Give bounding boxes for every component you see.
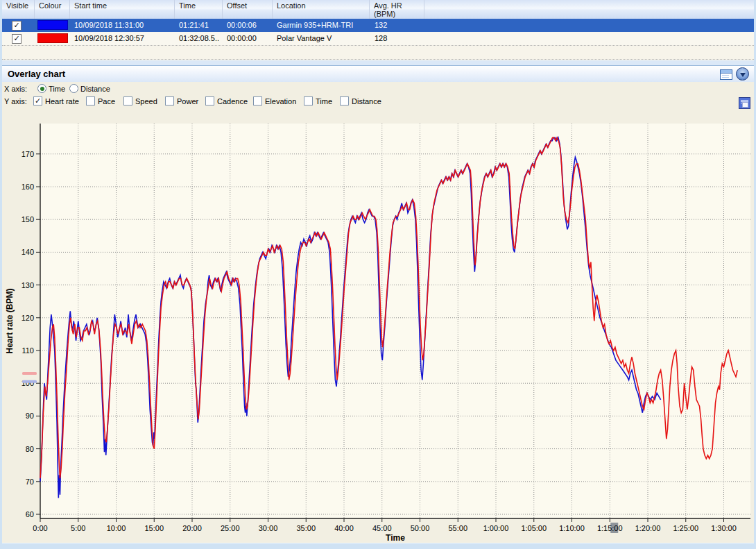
svg-text:110: 110 (22, 346, 34, 355)
start-time-cell: 10/09/2018 12:30:57 (74, 34, 144, 42)
checkbox-heart-rate-label: Heart rate (45, 97, 79, 105)
checkbox-power[interactable]: ✓ (165, 96, 174, 105)
y-axis-label: Y axis: (4, 97, 27, 105)
colour-swatch-blue[interactable] (37, 20, 68, 30)
axis-marker (22, 372, 37, 375)
column-header-start-time[interactable]: Start time (70, 0, 175, 19)
checkbox-elevation[interactable]: ✓ (253, 96, 262, 105)
svg-text:1:30:00: 1:30:00 (711, 524, 737, 532)
svg-text:170: 170 (22, 150, 34, 158)
location-cell: Garmin 935+HRM-TRI (277, 21, 353, 29)
column-header-time[interactable]: Time (175, 0, 223, 19)
svg-text:70: 70 (26, 478, 34, 486)
svg-text:150: 150 (22, 215, 34, 223)
svg-text:0:00: 0:00 (33, 524, 47, 532)
svg-text:5:00: 5:00 (71, 524, 85, 532)
radio-x-time[interactable] (37, 84, 46, 93)
left-border (0, 0, 2, 549)
checkbox-speed-label: Speed (135, 97, 157, 105)
svg-text:25:00: 25:00 (221, 524, 240, 532)
svg-text:90: 90 (26, 412, 34, 420)
svg-text:40:00: 40:00 (334, 524, 354, 532)
location-cell: Polar Vantage V (277, 34, 332, 42)
svg-text:1:00:00: 1:00:00 (483, 524, 509, 532)
x-axis-label: X axis: (4, 85, 27, 93)
checkbox-power-label: Power (177, 97, 198, 105)
column-header-avg-hr[interactable]: Avg. HR (BPM) (370, 0, 424, 19)
column-header-colour[interactable]: Colour (35, 0, 70, 19)
row-separator (2, 59, 754, 60)
panel-separator[interactable] (2, 60, 754, 65)
collapse-panel-button[interactable] (736, 67, 749, 81)
row-separator (2, 45, 754, 46)
checkbox-distance-label: Distance (352, 97, 381, 105)
table-header-row: Visible Colour Start time Time Offset Lo… (2, 0, 754, 19)
offset-cell: 00:00:00 (227, 34, 257, 42)
table-row-polar[interactable]: ✓ 10/09/2018 12:30:57 01:32:08.5.. 00:00… (2, 32, 754, 45)
activity-table: Visible Colour Start time Time Offset Lo… (2, 0, 754, 60)
panel-title: Overlay chart (8, 69, 65, 79)
overlay-chart-titlebar: Overlay chart (2, 65, 754, 83)
avg-hr-cell: 128 (375, 34, 387, 42)
checkbox-pace-label: Pace (98, 97, 115, 105)
column-header-visible[interactable]: Visible (2, 0, 35, 19)
visible-checkbox[interactable]: ✓ (12, 34, 22, 44)
checkbox-pace[interactable]: ✓ (86, 96, 95, 105)
time-cell: 01:21:41 (179, 21, 209, 29)
start-time-cell: 10/09/2018 11:31:00 (74, 21, 144, 29)
checkbox-cadence-label: Cadence (217, 97, 248, 105)
svg-text:50:00: 50:00 (411, 524, 430, 532)
svg-text:140: 140 (22, 248, 34, 256)
radio-x-distance[interactable] (69, 84, 78, 93)
svg-text:45:00: 45:00 (372, 524, 392, 532)
column-header-location[interactable]: Location (273, 0, 370, 19)
checkbox-cadence[interactable]: ✓ (205, 96, 214, 105)
svg-text:35:00: 35:00 (296, 524, 316, 532)
svg-text:15:00: 15:00 (144, 524, 164, 532)
table-row-garmin[interactable]: ✓ 10/09/2018 11:31:00 01:21:41 00:00:06 … (2, 19, 754, 32)
checkbox-elevation-label: Elevation (265, 97, 296, 105)
chevron-down-icon (740, 73, 746, 77)
checkbox-speed[interactable]: ✓ (123, 96, 132, 105)
panel-layout-icon[interactable] (720, 69, 732, 80)
svg-text:Time: Time (386, 533, 405, 541)
hr-overlay-chart[interactable]: 607080901001101201301401501601700:005:00… (3, 117, 754, 541)
svg-text:1:25:00: 1:25:00 (673, 524, 698, 532)
bottom-border (0, 543, 756, 549)
svg-text:10:00: 10:00 (107, 524, 126, 532)
offset-cell: 00:00:06 (227, 21, 257, 29)
checkbox-time[interactable]: ✓ (304, 96, 313, 105)
avg-hr-cell: 132 (375, 21, 387, 29)
svg-text:60: 60 (26, 510, 34, 518)
axis-marker (22, 380, 37, 383)
column-header-offset[interactable]: Offset (223, 0, 273, 19)
svg-text:1:15:00: 1:15:00 (597, 524, 623, 532)
svg-text:30:00: 30:00 (259, 524, 278, 532)
svg-text:1:20:00: 1:20:00 (635, 524, 661, 532)
svg-text:55:00: 55:00 (448, 524, 467, 532)
save-chart-icon[interactable] (739, 97, 750, 109)
time-cell: 01:32:08.5.. (179, 34, 219, 42)
svg-text:160: 160 (22, 183, 34, 191)
column-header-filler (424, 0, 754, 19)
svg-text:1:10:00: 1:10:00 (559, 524, 585, 532)
checkbox-time-label: Time (316, 97, 332, 105)
radio-x-distance-label: Distance (80, 85, 110, 93)
radio-x-time-label: Time (49, 85, 65, 93)
svg-text:80: 80 (26, 445, 34, 453)
svg-text:130: 130 (22, 281, 34, 289)
svg-text:20:00: 20:00 (182, 524, 202, 532)
colour-swatch-red[interactable] (37, 33, 68, 43)
svg-text:120: 120 (22, 314, 34, 322)
svg-text:1:05:00: 1:05:00 (521, 524, 547, 532)
checkbox-distance[interactable]: ✓ (340, 96, 349, 105)
visible-checkbox[interactable]: ✓ (12, 21, 22, 31)
checkbox-heart-rate[interactable]: ✓ (33, 96, 42, 105)
svg-text:Heart rate (BPM): Heart rate (BPM) (5, 288, 15, 353)
